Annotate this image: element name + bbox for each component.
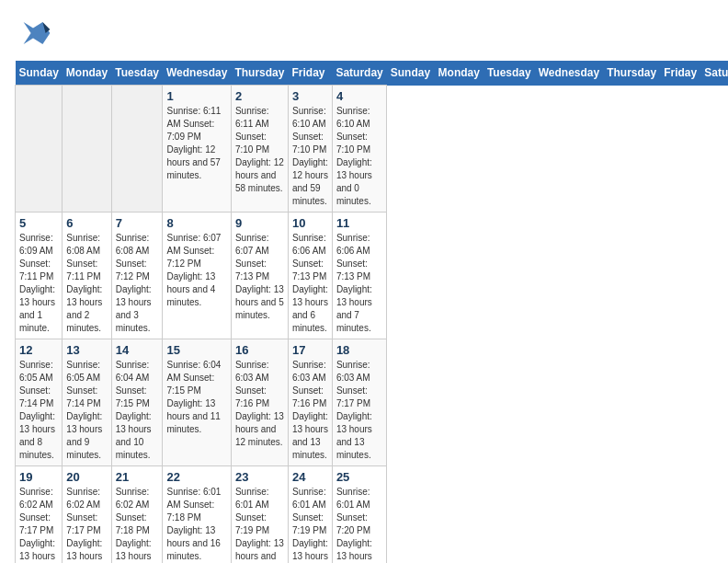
calendar-week-2: 5Sunrise: 6:09 AM Sunset: 7:11 PM Daylig… (16, 213, 729, 339)
day-info: Sunrise: 6:10 AM Sunset: 7:10 PM Dayligh… (292, 105, 328, 208)
day-info: Sunrise: 6:09 AM Sunset: 7:11 PM Dayligh… (19, 232, 58, 335)
calendar-cell: 9Sunrise: 6:07 AM Sunset: 7:13 PM Daylig… (231, 213, 288, 339)
header-day-friday: Friday (288, 61, 332, 86)
calendar-cell: 22Sunrise: 6:01 AM Sunset: 7:18 PM Dayli… (163, 466, 231, 564)
calendar-cell: 25Sunrise: 6:01 AM Sunset: 7:20 PM Dayli… (332, 466, 386, 564)
header-day-sunday: Sunday (16, 61, 63, 86)
calendar-cell: 10Sunrise: 6:06 AM Sunset: 7:13 PM Dayli… (288, 213, 332, 339)
calendar-week-3: 12Sunrise: 6:05 AM Sunset: 7:14 PM Dayli… (16, 339, 729, 466)
day-number: 3 (292, 89, 328, 103)
calendar-cell (16, 86, 63, 213)
calendar-cell: 3Sunrise: 6:10 AM Sunset: 7:10 PM Daylig… (288, 86, 332, 213)
calendar-cell: 15Sunrise: 6:04 AM Sunset: 7:15 PM Dayli… (163, 339, 231, 466)
header-day-thursday: Thursday (231, 61, 288, 86)
day-info: Sunrise: 6:07 AM Sunset: 7:13 PM Dayligh… (235, 232, 284, 322)
svg-marker-0 (24, 22, 51, 44)
day-number: 15 (166, 343, 226, 357)
calendar-cell: 4Sunrise: 6:10 AM Sunset: 7:10 PM Daylig… (332, 86, 386, 213)
day-number: 4 (336, 89, 382, 103)
day-info: Sunrise: 6:04 AM Sunset: 7:15 PM Dayligh… (166, 359, 226, 436)
header-day-thursday: Thursday (603, 61, 660, 86)
header-day-saturday: Saturday (700, 61, 728, 86)
day-info: Sunrise: 6:07 AM Sunset: 7:12 PM Dayligh… (166, 232, 226, 309)
day-info: Sunrise: 6:03 AM Sunset: 7:16 PM Dayligh… (235, 359, 284, 449)
calendar-cell (111, 86, 163, 213)
calendar-cell: 12Sunrise: 6:05 AM Sunset: 7:14 PM Dayli… (16, 339, 63, 466)
calendar-cell: 1Sunrise: 6:11 AM Sunset: 7:09 PM Daylig… (163, 86, 231, 213)
day-number: 22 (166, 470, 226, 484)
day-info: Sunrise: 6:05 AM Sunset: 7:14 PM Dayligh… (66, 359, 107, 462)
header-day-wednesday: Wednesday (163, 61, 231, 86)
header-day-sunday: Sunday (387, 61, 435, 86)
calendar-cell: 23Sunrise: 6:01 AM Sunset: 7:19 PM Dayli… (231, 466, 288, 564)
day-number: 6 (66, 216, 107, 230)
day-info: Sunrise: 6:03 AM Sunset: 7:16 PM Dayligh… (292, 359, 328, 462)
day-number: 18 (336, 343, 382, 357)
calendar-cell: 8Sunrise: 6:07 AM Sunset: 7:12 PM Daylig… (163, 213, 231, 339)
day-info: Sunrise: 6:01 AM Sunset: 7:18 PM Dayligh… (166, 486, 226, 563)
calendar-cell: 24Sunrise: 6:01 AM Sunset: 7:19 PM Dayli… (288, 466, 332, 564)
day-number: 2 (235, 89, 284, 103)
day-info: Sunrise: 6:02 AM Sunset: 7:18 PM Dayligh… (116, 486, 159, 563)
day-number: 9 (235, 216, 284, 230)
day-number: 1 (166, 89, 226, 103)
calendar-cell: 6Sunrise: 6:08 AM Sunset: 7:11 PM Daylig… (63, 213, 111, 339)
header-day-tuesday: Tuesday (111, 61, 163, 86)
day-info: Sunrise: 6:08 AM Sunset: 7:12 PM Dayligh… (116, 232, 159, 335)
day-info: Sunrise: 6:11 AM Sunset: 7:09 PM Dayligh… (166, 105, 226, 182)
calendar-cell: 17Sunrise: 6:03 AM Sunset: 7:16 PM Dayli… (288, 339, 332, 466)
calendar-cell (63, 86, 111, 213)
calendar-cell: 7Sunrise: 6:08 AM Sunset: 7:12 PM Daylig… (111, 213, 163, 339)
calendar-cell: 19Sunrise: 6:02 AM Sunset: 7:17 PM Dayli… (16, 466, 63, 564)
calendar-cell: 16Sunrise: 6:03 AM Sunset: 7:16 PM Dayli… (231, 339, 288, 466)
day-number: 24 (292, 470, 328, 484)
calendar-cell: 11Sunrise: 6:06 AM Sunset: 7:13 PM Dayli… (332, 213, 386, 339)
day-number: 20 (66, 470, 107, 484)
day-info: Sunrise: 6:02 AM Sunset: 7:17 PM Dayligh… (66, 486, 107, 563)
logo (15, 15, 55, 52)
day-info: Sunrise: 6:06 AM Sunset: 7:13 PM Dayligh… (336, 232, 382, 335)
day-number: 14 (116, 343, 159, 357)
day-info: Sunrise: 6:04 AM Sunset: 7:15 PM Dayligh… (116, 359, 159, 462)
calendar-header-row: SundayMondayTuesdayWednesdayThursdayFrid… (16, 61, 729, 86)
calendar-table: SundayMondayTuesdayWednesdayThursdayFrid… (15, 61, 728, 563)
page-header (15, 15, 713, 52)
day-number: 25 (336, 470, 382, 484)
calendar-cell: 2Sunrise: 6:11 AM Sunset: 7:10 PM Daylig… (231, 86, 288, 213)
header-day-monday: Monday (63, 61, 111, 86)
day-number: 7 (116, 216, 159, 230)
day-info: Sunrise: 6:03 AM Sunset: 7:17 PM Dayligh… (336, 359, 382, 462)
day-info: Sunrise: 6:02 AM Sunset: 7:17 PM Dayligh… (19, 486, 58, 563)
header-day-saturday: Saturday (332, 61, 386, 86)
day-info: Sunrise: 6:10 AM Sunset: 7:10 PM Dayligh… (336, 105, 382, 208)
calendar-cell: 18Sunrise: 6:03 AM Sunset: 7:17 PM Dayli… (332, 339, 386, 466)
day-info: Sunrise: 6:01 AM Sunset: 7:19 PM Dayligh… (292, 486, 328, 563)
header-day-friday: Friday (660, 61, 700, 86)
calendar-cell: 21Sunrise: 6:02 AM Sunset: 7:18 PM Dayli… (111, 466, 163, 564)
day-number: 17 (292, 343, 328, 357)
day-number: 23 (235, 470, 284, 484)
day-info: Sunrise: 6:11 AM Sunset: 7:10 PM Dayligh… (235, 105, 284, 195)
day-number: 11 (336, 216, 382, 230)
calendar-cell: 14Sunrise: 6:04 AM Sunset: 7:15 PM Dayli… (111, 339, 163, 466)
calendar-week-4: 19Sunrise: 6:02 AM Sunset: 7:17 PM Dayli… (16, 466, 729, 564)
day-number: 5 (19, 216, 58, 230)
day-info: Sunrise: 6:01 AM Sunset: 7:19 PM Dayligh… (235, 486, 284, 563)
calendar-cell: 20Sunrise: 6:02 AM Sunset: 7:17 PM Dayli… (63, 466, 111, 564)
day-number: 19 (19, 470, 58, 484)
calendar-week-1: 1Sunrise: 6:11 AM Sunset: 7:09 PM Daylig… (16, 86, 729, 213)
header-day-wednesday: Wednesday (535, 61, 603, 86)
day-number: 10 (292, 216, 328, 230)
day-number: 16 (235, 343, 284, 357)
header-day-monday: Monday (435, 61, 483, 86)
calendar-cell: 5Sunrise: 6:09 AM Sunset: 7:11 PM Daylig… (16, 213, 63, 339)
header-day-tuesday: Tuesday (483, 61, 535, 86)
day-info: Sunrise: 6:08 AM Sunset: 7:11 PM Dayligh… (66, 232, 107, 335)
logo-icon (15, 15, 51, 52)
day-info: Sunrise: 6:05 AM Sunset: 7:14 PM Dayligh… (19, 359, 58, 462)
day-number: 21 (116, 470, 159, 484)
calendar-cell: 13Sunrise: 6:05 AM Sunset: 7:14 PM Dayli… (63, 339, 111, 466)
day-info: Sunrise: 6:06 AM Sunset: 7:13 PM Dayligh… (292, 232, 328, 335)
day-number: 12 (19, 343, 58, 357)
day-number: 8 (166, 216, 226, 230)
